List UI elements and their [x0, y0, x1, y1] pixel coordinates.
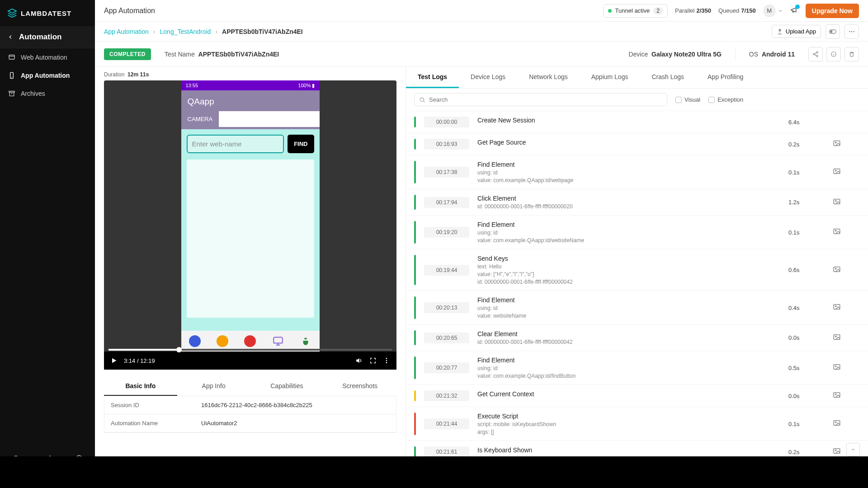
testname: Test Name APPTESb0bTiV47iAbZn4EI	[165, 51, 279, 58]
log-tab-appium-logs[interactable]: Appium Logs	[580, 67, 640, 88]
parallel-stat: Parallel2/350	[675, 7, 711, 14]
log-screenshot-button[interactable]	[833, 419, 860, 429]
log-timestamp: 00:20:65	[424, 333, 469, 343]
upgrade-button[interactable]: Upgrade Now	[806, 4, 859, 18]
log-command: Click Elementid: 00000000-0001-6ffe-ffff…	[477, 195, 780, 210]
log-tab-device-logs[interactable]: Device Logs	[459, 67, 517, 88]
sidebar-item-archives[interactable]: Archives	[0, 84, 95, 103]
filter-exception[interactable]: Exception	[708, 96, 743, 103]
brand-logo[interactable]: LAMBDATEST	[0, 0, 95, 26]
log-duration: 0.4s	[788, 305, 825, 311]
share-button[interactable]	[808, 47, 823, 61]
info-button[interactable]	[826, 47, 841, 61]
log-screenshot-button[interactable]	[833, 363, 860, 373]
log-row[interactable]: 00:21:32Get Current Context0.0s	[406, 385, 868, 407]
log-screenshot-button[interactable]	[833, 333, 860, 343]
play-icon[interactable]	[110, 357, 118, 364]
toggle-view-button[interactable]	[826, 24, 840, 39]
log-row[interactable]: 00:20:13Find Elementusing: idvalue: webs…	[406, 291, 868, 325]
log-screenshot-button[interactable]	[833, 265, 860, 275]
svg-point-36	[835, 394, 836, 394]
basic-info-table: Session ID1616dc76-2212-40c2-8666-b384c8…	[104, 396, 396, 433]
info-tab-capabilities[interactable]: Capabilities	[250, 377, 324, 396]
sidebar-item-web-automation[interactable]: Web Automation	[0, 48, 95, 66]
seek-bar[interactable]	[108, 349, 392, 351]
sidebar-item-app-automation[interactable]: App Automation	[0, 66, 95, 84]
log-detail: value: ["H","e","l","l","o"]	[477, 271, 780, 277]
status-stripe	[414, 221, 416, 244]
log-duration: 0.2s	[788, 141, 825, 148]
device-info: Device Galaxy Note20 Ultra 5G	[628, 51, 721, 58]
crumb-build[interactable]: Long_TestAndroid	[160, 28, 211, 35]
delete-button[interactable]	[844, 47, 859, 61]
stop-icon	[244, 335, 256, 347]
log-search[interactable]	[414, 93, 667, 106]
log-row[interactable]: 00:21:44Execute Scriptscript: mobile: is…	[406, 407, 868, 441]
info-tab-app-info[interactable]: App Info	[177, 377, 250, 396]
log-detail: using: id	[477, 230, 780, 236]
bug-icon	[300, 335, 311, 347]
log-row[interactable]: 00:19:20Find Elementusing: idvalue: com.…	[406, 216, 868, 249]
sidebar-item-label: App Automation	[21, 72, 70, 79]
log-tab-app-profiling[interactable]: App Profiling	[696, 67, 755, 88]
log-screenshot-button[interactable]	[833, 197, 860, 207]
volume-icon[interactable]	[355, 357, 363, 365]
svg-point-16	[386, 360, 387, 361]
log-row[interactable]: 00:19:44Send Keystext: Hellovalue: ["H",…	[406, 249, 868, 291]
sidebar-back[interactable]: Automation	[0, 26, 95, 48]
screenshot-icon	[833, 303, 841, 311]
log-detail: value: com.example.QAapp:id/websiteName	[477, 237, 780, 244]
log-command: Execute Scriptscript: mobile: isKeyboard…	[477, 413, 780, 435]
log-screenshot-button[interactable]	[833, 167, 860, 177]
firefox-icon	[217, 335, 228, 347]
info-tab-screenshots[interactable]: Screenshots	[323, 377, 396, 396]
scroll-top-button[interactable]	[846, 443, 860, 456]
info-key: Automation Name	[111, 420, 201, 427]
fullscreen-icon[interactable]	[369, 357, 377, 364]
log-row[interactable]: 00:20:65Clear Elementid: 00000000-0001-6…	[406, 325, 868, 351]
notifications-button[interactable]	[790, 6, 798, 15]
svg-point-6	[830, 30, 832, 33]
log-row[interactable]: 00:17:94Click Elementid: 00000000-0001-6…	[406, 189, 868, 216]
log-tab-crash-logs[interactable]: Crash Logs	[640, 67, 696, 88]
log-row[interactable]: 00:17:38Find Elementusing: idvalue: com.…	[406, 155, 868, 189]
log-screenshot-button[interactable]	[833, 227, 860, 237]
log-detail: script: mobile: isKeyboardShown	[477, 421, 780, 427]
screenshot-icon	[833, 333, 841, 341]
phone-status-bar: 13:55 100% ▮	[181, 80, 320, 90]
upload-app-button[interactable]: Upload App	[772, 25, 821, 38]
log-search-input[interactable]	[429, 96, 662, 103]
chevron-up-icon	[850, 447, 856, 452]
svg-point-30	[835, 305, 836, 306]
log-row[interactable]: 00:00:00Create New Session6.4s	[406, 111, 868, 133]
kebab-icon[interactable]	[383, 357, 390, 364]
log-command: Send Keystext: Hellovalue: ["H","e","l",…	[477, 255, 780, 285]
more-menu-button[interactable]	[844, 24, 859, 39]
user-menu[interactable]: M	[763, 5, 783, 17]
status-stripe	[414, 161, 416, 183]
info-tab-basic-info[interactable]: Basic Info	[104, 377, 177, 396]
svg-rect-1	[10, 72, 14, 78]
share-icon	[812, 51, 819, 57]
queued-stat: Queued7/150	[718, 7, 756, 14]
svg-point-20	[835, 142, 836, 143]
svg-point-34	[835, 366, 836, 366]
log-screenshot-button[interactable]	[833, 139, 860, 149]
log-row[interactable]: 00:20:77Find Elementusing: idvalue: com.…	[406, 351, 868, 385]
svg-point-22	[835, 170, 836, 171]
tunnel-label: Tunnel active	[615, 7, 650, 14]
filter-visual[interactable]: Visual	[675, 96, 700, 103]
log-row[interactable]: 00:16:93Get Page Source0.2s	[406, 133, 868, 155]
log-command: Clear Elementid: 00000000-0001-6ffe-ffff…	[477, 330, 780, 345]
crumb-app-automation[interactable]: App Automation	[104, 28, 149, 35]
log-tab-test-logs[interactable]: Test Logs	[406, 67, 459, 88]
log-tabs: Test LogsDevice LogsNetwork LogsAppium L…	[406, 67, 868, 89]
log-screenshot-button[interactable]	[833, 303, 860, 313]
svg-point-18	[420, 98, 424, 101]
video-controls[interactable]: 3:14 / 12:19	[104, 352, 396, 370]
log-tab-network-logs[interactable]: Network Logs	[517, 67, 580, 88]
svg-point-12	[816, 55, 818, 57]
log-screenshot-button[interactable]	[833, 391, 860, 401]
tunnel-status[interactable]: Tunnel active 2	[603, 4, 668, 18]
chrome-icon	[189, 335, 201, 347]
